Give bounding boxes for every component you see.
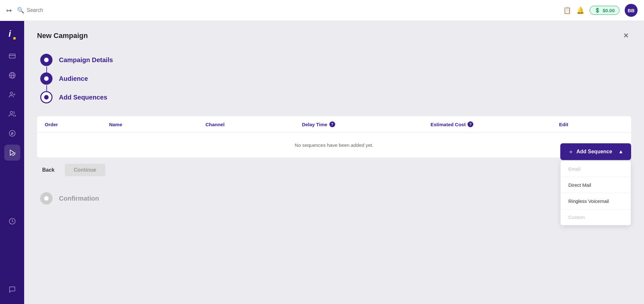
sidebar-item-add-user[interactable] <box>4 87 20 103</box>
estimated-cost-help-icon[interactable]: ? <box>468 121 473 127</box>
plus-icon: ＋ <box>568 148 574 156</box>
bell-icon[interactable]: 🔔 <box>576 6 584 14</box>
dropdown-item-custom[interactable]: Custom <box>561 209 631 225</box>
col-estimated-cost: Estimated Cost ? <box>431 121 559 127</box>
user-avatar[interactable]: BB <box>625 4 638 17</box>
chevron-up-icon: ▲ <box>618 149 623 155</box>
sidebar-item-chat[interactable] <box>4 281 20 298</box>
step-label-confirmation: Confirmation <box>59 195 99 202</box>
sidebar: i <box>0 21 24 304</box>
step-circle-confirmation <box>40 192 52 204</box>
continue-button[interactable]: Continue <box>65 164 105 176</box>
search-bar: 🔍 <box>17 7 91 14</box>
step-campaign-details: Campaign Details <box>40 51 631 69</box>
col-delay-time: Delay Time ? <box>302 121 431 127</box>
add-sequence-container: ＋ Add Sequence ▲ Email Direct Mail Ringl… <box>560 143 631 225</box>
steps-list: Campaign Details Audience Add Sequences <box>37 51 631 107</box>
svg-point-5 <box>10 92 12 94</box>
content-area: New Campaign ✕ Campaign Details Audience <box>24 21 644 304</box>
step-label-1: Campaign Details <box>59 56 113 64</box>
panel-title: New Campaign <box>37 32 88 40</box>
search-icon: 🔍 <box>17 7 24 14</box>
logo-letter: i <box>9 29 11 38</box>
step-circle-inner-conf <box>44 196 49 201</box>
step-label-2: Audience <box>59 75 88 82</box>
sidebar-item-globe[interactable] <box>4 67 20 83</box>
svg-point-8 <box>10 111 12 114</box>
add-sequence-dropdown: Email Direct Mail Ringless Voicemail Cus… <box>560 161 631 225</box>
balance-amount: $0.00 <box>602 8 615 13</box>
step-circle-2 <box>40 72 52 85</box>
panel-header: New Campaign ✕ <box>37 31 631 41</box>
step-circle-1 <box>40 54 52 66</box>
add-sequence-button[interactable]: ＋ Add Sequence ▲ <box>560 143 631 160</box>
close-button[interactable]: ✕ <box>621 31 631 41</box>
step-circle-inner-2 <box>44 76 49 81</box>
topbar-right: 📋 🔔 💲 $0.00 BB <box>563 4 638 17</box>
step-circle-inner-3 <box>44 95 49 100</box>
sidebar-item-clock[interactable] <box>4 213 20 229</box>
balance-badge[interactable]: 💲 $0.00 <box>590 6 620 15</box>
topbar: ↦ 🔍 📋 🔔 💲 $0.00 BB <box>0 0 644 21</box>
svg-rect-0 <box>9 54 15 58</box>
col-order: Order <box>45 121 109 127</box>
dropdown-item-email[interactable]: Email <box>561 161 631 177</box>
search-input[interactable] <box>27 7 91 13</box>
step-audience: Audience <box>40 69 631 88</box>
dropdown-item-ringless-voicemail[interactable]: Ringless Voicemail <box>561 193 631 209</box>
sidebar-item-campaign[interactable] <box>4 145 20 161</box>
delay-time-help-icon[interactable]: ? <box>329 121 335 127</box>
table-empty-message: No sequences have been added yet. <box>37 133 631 157</box>
sidebar-item-card[interactable] <box>4 48 20 64</box>
logo-dot <box>13 37 16 40</box>
step-circle-3 <box>40 91 52 103</box>
sidebar-item-group[interactable] <box>4 106 20 122</box>
col-channel: Channel <box>205 121 302 127</box>
step-circle-inner-1 <box>44 58 49 62</box>
main-layout: i New Campaign <box>0 21 644 304</box>
back-button[interactable]: Back <box>37 164 60 176</box>
sidebar-item-dollar[interactable] <box>4 125 20 141</box>
svg-marker-11 <box>10 150 14 156</box>
col-name: Name <box>109 121 206 127</box>
topbar-left: ↦ 🔍 <box>6 6 558 14</box>
dropdown-item-direct-mail[interactable]: Direct Mail <box>561 177 631 193</box>
expand-icon[interactable]: ↦ <box>6 6 12 14</box>
col-edit: Edit <box>559 121 623 127</box>
step-label-3: Add Sequences <box>59 94 107 101</box>
step-add-sequences: Add Sequences <box>40 88 631 107</box>
table-header: Order Name Channel Delay Time ? Estimate… <box>37 116 631 133</box>
sidebar-logo: i <box>5 27 19 42</box>
step-confirmation: Confirmation <box>37 189 631 208</box>
clipboard-icon[interactable]: 📋 <box>563 6 571 14</box>
bottom-buttons: Back Continue <box>37 164 631 176</box>
dollar-circle-icon: 💲 <box>594 7 601 13</box>
sequences-table: Order Name Channel Delay Time ? Estimate… <box>37 116 631 157</box>
